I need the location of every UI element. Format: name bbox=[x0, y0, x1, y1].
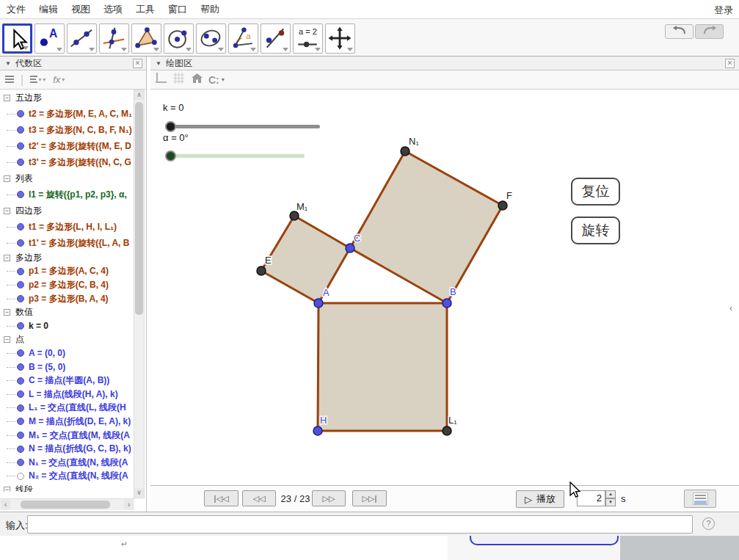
home-default-view-icon[interactable] bbox=[192, 73, 203, 87]
point-H[interactable] bbox=[313, 426, 322, 435]
visibility-bullet[interactable] bbox=[17, 404, 24, 412]
visibility-bullet[interactable] bbox=[17, 322, 24, 330]
square-p3[interactable] bbox=[318, 303, 447, 431]
line-tool-button[interactable] bbox=[67, 23, 97, 54]
algebra-item[interactable]: t3 = 多边形(N, C, B, F, N₁) bbox=[0, 122, 134, 138]
point-E[interactable] bbox=[257, 266, 266, 275]
auxiliary-objects-icon[interactable] bbox=[4, 73, 15, 87]
angle-tool-button[interactable]: a bbox=[228, 23, 258, 54]
input-help-button[interactable]: ? bbox=[702, 517, 715, 530]
algebra-item[interactable]: t1 = 多边形(L, H, I, L₁) bbox=[0, 219, 134, 235]
slider-tool-button[interactable]: a = 2 bbox=[293, 23, 323, 54]
visibility-bullet[interactable] bbox=[17, 418, 24, 425]
point-tool-button[interactable]: A bbox=[34, 23, 65, 54]
algebra-item[interactable]: p2 = 多边形(C, B, 4) bbox=[0, 278, 134, 292]
algebra-item[interactable]: N₂ = 交点(直线(N, 线段(A bbox=[0, 470, 134, 484]
scroll-left-arrow[interactable]: ‹ bbox=[1, 500, 10, 509]
algebra-group-5[interactable]: −点 bbox=[0, 333, 134, 347]
capture-dropdown-arrow[interactable]: ▾ bbox=[222, 76, 225, 83]
algebra-item[interactable]: A = (0, 0) bbox=[0, 346, 134, 360]
menu-item-1[interactable]: 编辑 bbox=[32, 3, 65, 16]
square-p1[interactable] bbox=[261, 216, 350, 303]
panel-collapse-icon[interactable]: ▼ bbox=[156, 60, 161, 67]
visibility-bullet[interactable] bbox=[17, 159, 24, 166]
algebra-item[interactable]: p3 = 多边形(B, A, 4) bbox=[0, 292, 134, 306]
visibility-bullet[interactable] bbox=[17, 110, 24, 117]
move-graphics-tool-button[interactable] bbox=[325, 23, 355, 54]
nav-last-button[interactable]: ▷▷| bbox=[352, 490, 387, 506]
visibility-bullet[interactable] bbox=[17, 239, 24, 247]
nav-next-button[interactable]: ▷▷ bbox=[312, 490, 346, 506]
point-C[interactable] bbox=[346, 244, 354, 252]
undo-button[interactable] bbox=[665, 24, 694, 39]
algebra-close-button[interactable]: ✕ bbox=[133, 59, 142, 68]
tool-dropdown-arrow[interactable] bbox=[121, 48, 127, 51]
algebra-horizontal-scrollbar[interactable]: ‹ › bbox=[0, 498, 134, 510]
collapse-box-icon[interactable]: − bbox=[4, 175, 10, 182]
command-input[interactable] bbox=[27, 515, 693, 534]
ellipse-tool-button[interactable] bbox=[196, 23, 226, 54]
tool-dropdown-arrow[interactable] bbox=[218, 48, 224, 51]
point-F[interactable] bbox=[498, 201, 507, 210]
visibility-bullet[interactable] bbox=[17, 142, 24, 150]
tool-dropdown-arrow[interactable] bbox=[153, 48, 159, 51]
redo-button[interactable] bbox=[695, 24, 724, 39]
point-L1[interactable] bbox=[443, 426, 451, 435]
algebra-group-2[interactable]: −四边形 bbox=[0, 203, 134, 219]
construction-protocol-button[interactable] bbox=[684, 490, 716, 508]
algebra-item[interactable]: L₁ = 交点(直线(L, 线段(H bbox=[0, 401, 134, 415]
visibility-bullet[interactable] bbox=[17, 377, 24, 385]
collapse-box-icon[interactable]: − bbox=[4, 487, 10, 492]
algebra-item[interactable]: t2' = 多边形(旋转({M, E, D bbox=[0, 138, 134, 154]
algebra-group-1[interactable]: −列表 bbox=[0, 170, 134, 186]
point-M1[interactable] bbox=[290, 211, 299, 220]
menu-item-2[interactable]: 视图 bbox=[65, 3, 97, 16]
visibility-bullet[interactable] bbox=[17, 446, 24, 453]
tool-dropdown-arrow[interactable] bbox=[315, 48, 321, 51]
menu-item-0[interactable]: 文件 bbox=[0, 3, 32, 16]
scroll-down-arrow[interactable]: ∨ bbox=[134, 488, 144, 498]
visibility-bullet[interactable] bbox=[17, 390, 24, 398]
point-N1[interactable] bbox=[401, 147, 409, 156]
perpendicular-tool-button[interactable] bbox=[99, 23, 129, 54]
rotate-button[interactable]: 旋转 bbox=[571, 217, 620, 244]
algebra-item[interactable]: N₁ = 交点(直线(N, 线段(A bbox=[0, 456, 134, 470]
visibility-bullet[interactable] bbox=[17, 268, 24, 275]
algebra-group-4[interactable]: −数值 bbox=[0, 305, 134, 319]
tool-dropdown-arrow[interactable] bbox=[186, 48, 192, 51]
graphics-canvas[interactable]: ABCHL₁EM₁N₁F k = 0 α = 0° 复位 旋转 ‹ bbox=[150, 90, 739, 484]
algebra-item[interactable]: t2 = 多边形(M, E, A, C, M₁ bbox=[0, 106, 134, 122]
point-capturing-icon[interactable]: C: bbox=[208, 74, 219, 86]
collapse-box-icon[interactable]: − bbox=[4, 309, 10, 316]
scroll-up-arrow[interactable]: ∧ bbox=[134, 90, 144, 100]
visibility-bullet[interactable] bbox=[17, 432, 24, 439]
algebra-item[interactable]: t3' = 多边形(旋转({N, C, G bbox=[0, 154, 134, 170]
reset-button[interactable]: 复位 bbox=[571, 178, 620, 206]
algebra-item[interactable]: L = 描点(线段(H, A), k) bbox=[0, 388, 134, 401]
graphics-close-button[interactable]: ✕ bbox=[725, 59, 735, 68]
visibility-bullet-hidden[interactable] bbox=[17, 473, 24, 480]
menu-item-4[interactable]: 工具 bbox=[129, 3, 161, 16]
collapse-box-icon[interactable]: − bbox=[4, 208, 10, 214]
spinner-down-button[interactable]: ▼ bbox=[605, 498, 616, 506]
visibility-bullet[interactable] bbox=[17, 459, 24, 466]
login-link[interactable]: 登录 bbox=[714, 4, 733, 17]
move-tool-button[interactable] bbox=[2, 23, 32, 54]
fx-dropdown-arrow[interactable]: ▾ bbox=[62, 76, 65, 83]
slider-k-track[interactable] bbox=[169, 125, 320, 128]
slider-alpha-knob[interactable] bbox=[165, 150, 176, 161]
algebra-item[interactable]: M = 描点(折线(D, E, A), k) bbox=[0, 415, 134, 429]
show-axes-icon[interactable] bbox=[155, 72, 167, 87]
algebra-item[interactable]: N = 描点(折线(G, C, B), k) bbox=[0, 442, 134, 456]
collapse-box-icon[interactable]: − bbox=[4, 255, 10, 261]
spinner-up-button[interactable]: ▲ bbox=[605, 490, 616, 498]
reflect-tool-button[interactable] bbox=[261, 23, 291, 54]
nav-previous-button[interactable]: ◁◁ bbox=[242, 490, 276, 506]
visibility-bullet[interactable] bbox=[17, 223, 24, 230]
visibility-bullet[interactable] bbox=[17, 281, 24, 288]
tool-dropdown-arrow[interactable] bbox=[23, 46, 29, 50]
sort-dropdown-arrow[interactable]: ▾ bbox=[43, 76, 45, 83]
visibility-bullet[interactable] bbox=[17, 191, 24, 198]
tool-dropdown-arrow[interactable] bbox=[57, 48, 62, 51]
algebra-item[interactable]: p1 = 多边形(A, C, 4) bbox=[0, 265, 134, 279]
